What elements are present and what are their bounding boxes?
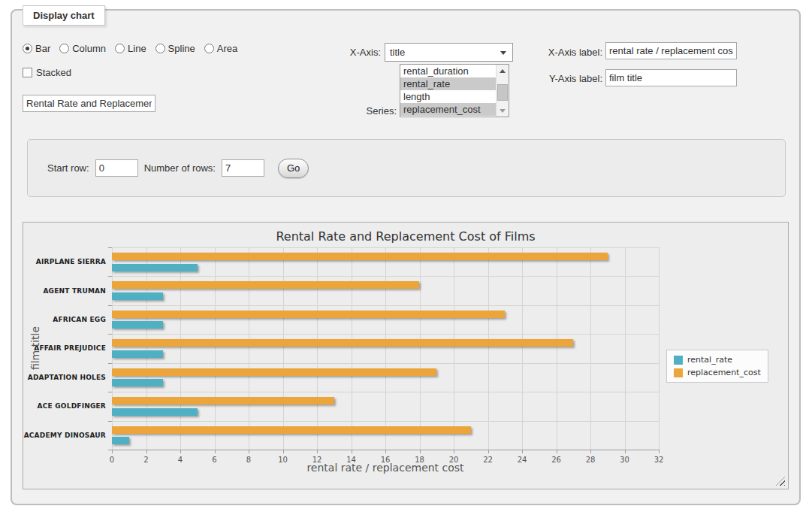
- start-row-input[interactable]: [95, 159, 138, 177]
- x-axis-tick: [454, 450, 454, 453]
- bar-replacement_cost[interactable]: [112, 253, 608, 260]
- go-button[interactable]: Go: [278, 159, 309, 178]
- series-list-items: rental_durationrental_ratelengthreplacem…: [400, 65, 496, 117]
- bar-replacement_cost[interactable]: [112, 397, 334, 404]
- category-label: AIRPLANE SIERRA: [25, 247, 106, 276]
- bar-rental_rate[interactable]: [112, 408, 198, 416]
- x-axis-tick: [557, 450, 557, 453]
- x-axis-tick: [352, 450, 352, 453]
- x-axis-line: [112, 450, 660, 450]
- x-axis-tick: [112, 450, 113, 453]
- gridline-vertical: [557, 247, 557, 450]
- radio-label: Bar: [35, 43, 50, 54]
- chart-title-input[interactable]: [23, 95, 155, 112]
- bar-rental_rate[interactable]: [112, 350, 163, 358]
- x-axis-label-caption: X-Axis label:: [542, 47, 602, 58]
- chart-type-option-bar[interactable]: Bar: [23, 43, 50, 54]
- y-axis-tick: [108, 276, 112, 277]
- app-screen: Display chart BarColumnLineSplineArea St…: [0, 0, 812, 512]
- x-axis-tick: [659, 450, 660, 453]
- x-axis-tick: [146, 450, 147, 453]
- radio-icon[interactable]: [23, 44, 32, 53]
- chart-plot-area: 02468101214161820222426283032AIRPLANE SI…: [112, 247, 659, 450]
- bar-replacement_cost[interactable]: [112, 311, 505, 318]
- series-option-replacement_cost[interactable]: replacement_cost: [400, 103, 496, 116]
- gridline-vertical: [454, 247, 454, 450]
- legend-item-replacement_cost[interactable]: replacement_cost: [674, 368, 761, 377]
- gridline-vertical: [420, 247, 421, 450]
- bar-rental_rate[interactable]: [112, 264, 198, 271]
- gridline-vertical: [317, 247, 318, 450]
- bar-replacement_cost[interactable]: [112, 368, 436, 376]
- x-axis-tick: [215, 450, 216, 453]
- gridline-vertical: [215, 247, 216, 450]
- x-axis-tick: [249, 450, 249, 453]
- gridline-horizontal: [112, 247, 659, 248]
- bar-replacement_cost[interactable]: [112, 339, 573, 347]
- x-axis-label-input[interactable]: [605, 42, 737, 59]
- gridline-horizontal: [112, 421, 659, 422]
- legend-item-rental_rate[interactable]: rental_rate: [674, 355, 761, 365]
- x-axis-tick: [625, 450, 626, 453]
- chart-type-option-spline[interactable]: Spline: [155, 43, 195, 54]
- legend-swatch-icon: [674, 368, 683, 377]
- chart-type-option-area[interactable]: Area: [204, 43, 237, 54]
- y-axis-tick: [108, 247, 112, 248]
- gridline-vertical: [249, 247, 249, 450]
- bar-rental_rate[interactable]: [112, 321, 163, 329]
- bar-replacement_cost[interactable]: [112, 426, 471, 434]
- gridline-vertical: [659, 247, 660, 450]
- category-label: ACE GOLDFINGER: [25, 392, 106, 420]
- gridline-vertical: [146, 247, 147, 450]
- scrollbar-thumb[interactable]: [497, 84, 508, 101]
- legend-swatch-icon: [674, 356, 683, 365]
- y-axis-label-caption: Y-Axis label:: [542, 73, 602, 84]
- series-option-length[interactable]: length: [400, 90, 496, 103]
- radio-icon[interactable]: [115, 44, 125, 53]
- scroll-up-icon[interactable]: [497, 65, 509, 77]
- chart-x-axis-title: rental rate / replacement cost: [112, 462, 659, 474]
- bar-replacement_cost[interactable]: [112, 281, 419, 289]
- resize-handle-icon[interactable]: [776, 477, 785, 486]
- x-axis-tick: [522, 450, 523, 453]
- bar-rental_rate[interactable]: [112, 292, 163, 300]
- row-controls-panel: Start row: Number of rows: Go: [27, 139, 786, 197]
- category-label: ACADEMY DINOSAUR: [25, 421, 106, 450]
- radio-icon[interactable]: [155, 44, 165, 53]
- gridline-vertical: [590, 247, 591, 450]
- chart-legend: rental_ratereplacement_cost: [666, 350, 768, 383]
- gridline-vertical: [283, 247, 284, 450]
- gridline-horizontal: [112, 276, 659, 277]
- bar-rental_rate[interactable]: [112, 379, 163, 386]
- bar-rental_rate[interactable]: [112, 437, 129, 444]
- fieldset-legend: Display chart: [23, 5, 105, 26]
- chart-container: Rental Rate and Replacement Cost of Film…: [23, 222, 789, 489]
- stacked-option[interactable]: Stacked: [23, 67, 71, 78]
- series-option-rental_duration[interactable]: rental_duration: [400, 65, 496, 77]
- gridline-vertical: [522, 247, 523, 450]
- y-axis-tick: [108, 392, 112, 392]
- num-rows-input[interactable]: [222, 159, 264, 177]
- x-axis-selected-value: title: [390, 47, 405, 58]
- chart-type-radiogroup: BarColumnLineSplineArea: [23, 43, 237, 54]
- scroll-down-icon[interactable]: [497, 105, 509, 117]
- x-axis-tick: [590, 450, 591, 453]
- x-axis-tick: [283, 450, 284, 453]
- gridline-vertical: [385, 247, 386, 450]
- stacked-label: Stacked: [36, 67, 71, 78]
- gridline-vertical: [625, 247, 626, 450]
- x-axis-select[interactable]: title: [385, 43, 513, 62]
- chart-type-option-column[interactable]: Column: [59, 43, 106, 54]
- radio-icon[interactable]: [204, 44, 214, 53]
- x-axis-select-label: X-Axis:: [323, 47, 381, 58]
- chart-y-axis-title: film title: [29, 326, 41, 370]
- y-axis-tick: [108, 305, 112, 306]
- series-list-scrollbar[interactable]: [496, 65, 509, 117]
- series-option-rental_rate[interactable]: rental_rate: [400, 77, 496, 90]
- stacked-checkbox[interactable]: [23, 68, 32, 77]
- chart-type-option-line[interactable]: Line: [115, 43, 146, 54]
- y-axis-label-input[interactable]: [605, 69, 737, 86]
- series-listbox[interactable]: rental_durationrental_ratelengthreplacem…: [400, 64, 509, 117]
- chart-title: Rental Rate and Replacement Cost of Film…: [23, 229, 788, 244]
- radio-icon[interactable]: [59, 44, 69, 53]
